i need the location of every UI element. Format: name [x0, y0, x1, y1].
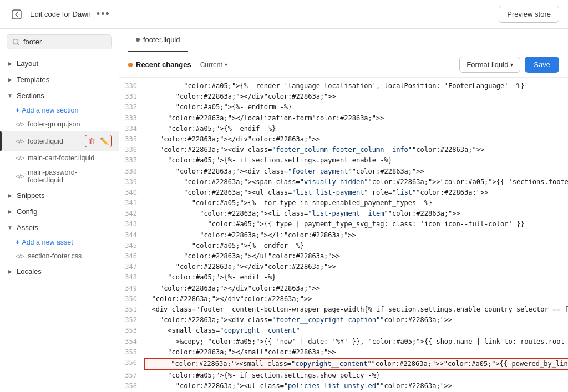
table-row: 336 "color:#22863a;"><div class="footer_…	[119, 145, 568, 155]
line-code: "color:#a05;">{%- render 'language-local…	[144, 81, 524, 91]
table-row: 353 <small class="copyright__content"	[119, 325, 568, 336]
plus-icon: +	[16, 106, 19, 114]
table-row: 348 "color:#a05;">{%- endif -%}	[119, 272, 568, 283]
table-row: 358 "color:#22863a;"><ul class="policies…	[119, 381, 568, 391]
add-new-asset-link[interactable]: + Add a new asset	[0, 236, 119, 249]
sidebar-group-snippets[interactable]: ▶ Snippets	[0, 187, 119, 203]
table-row: 355 "color:#22863a;"></small"color:#2286…	[119, 347, 568, 358]
current-dropdown[interactable]: Current ▾	[197, 59, 231, 70]
recent-changes-dot	[128, 63, 133, 67]
search-input-wrap[interactable]	[7, 34, 112, 49]
chevron-down-icon: ▾	[510, 62, 513, 68]
line-code: "color:#22863a;"><li class="list-payment…	[144, 208, 460, 219]
line-code: <div class="footer__content-bottom-wrapp…	[144, 304, 568, 315]
add-section-label: Add a new section	[22, 106, 78, 114]
header-title: Edit code for Dawn	[30, 10, 91, 18]
sidebar-group-sections[interactable]: ▼ Sections	[0, 88, 119, 104]
search-input[interactable]	[23, 38, 106, 46]
line-number: 337	[119, 155, 144, 166]
line-code: "color:#22863a;"></div"color:#22863a;">>	[144, 134, 320, 145]
editor-area: footer.liquid Recent changes Current ▾ F…	[119, 29, 568, 392]
sidebar-item-section-footer-css[interactable]: </> section-footer.css	[0, 249, 119, 263]
item-actions: 🗑 ✏️	[85, 135, 112, 147]
file-icon: </>	[16, 138, 24, 145]
line-number: 354	[119, 337, 144, 347]
line-number: 352	[119, 315, 144, 325]
line-number: 333	[119, 113, 144, 124]
table-row: 344 "color:#22863a;"></li"color:#22863a;…	[119, 230, 568, 241]
sidebar-group-locales[interactable]: ▶ Locales	[0, 263, 119, 279]
search-icon	[12, 38, 20, 46]
line-number: 350	[119, 294, 144, 304]
sidebar-item-footer-liquid[interactable]: </> footer.liquid 🗑 ✏️	[0, 131, 119, 151]
line-code: "color:#22863a;"><div class="footer_paym…	[144, 166, 424, 177]
line-number: 336	[119, 145, 144, 155]
delete-file-button[interactable]: 🗑	[87, 136, 97, 146]
line-code: "color:#a05;">{%- endfor -%}	[144, 241, 304, 251]
save-button[interactable]: Save	[525, 57, 559, 73]
sidebar-item-main-password-footer[interactable]: </> main-password-footer.liquid	[0, 165, 119, 187]
line-code: "color:#22863a;"><small class="copyright…	[144, 358, 568, 370]
line-code: "color:#a05;">{%- if section.settings.sh…	[144, 370, 380, 381]
line-code: "color:#22863a;"></small"color:#22863a;"…	[144, 347, 336, 358]
chevron-down-icon: ▼	[7, 93, 13, 99]
line-code: "color:#22863a;"></div"color:#22863a;">>	[144, 294, 312, 304]
add-new-section-link[interactable]: + Add a new section	[0, 104, 119, 117]
file-icon: </>	[16, 253, 24, 259]
line-number: 342	[119, 208, 144, 219]
sidebar-group-sections-label: Sections	[17, 91, 44, 100]
table-row: 335 "color:#22863a;"></div"color:#22863a…	[119, 134, 568, 145]
sidebar-group-config-label: Config	[17, 207, 38, 216]
table-row: 338 "color:#22863a;"><div class="footer_…	[119, 166, 568, 177]
table-row: 356 "color:#22863a;"><small class="copyr…	[119, 358, 568, 370]
line-number: 334	[119, 124, 144, 134]
chevron-right-icon: ▶	[7, 192, 13, 198]
format-liquid-button[interactable]: Format liquid ▾	[459, 57, 520, 73]
sidebar-item-footer-group-json[interactable]: </> footer-group.json	[0, 117, 119, 131]
line-number: 351	[119, 304, 144, 315]
sidebar-group-locales-label: Locales	[17, 267, 42, 276]
main-layout: ▶ Layout ▶ Templates ▼ Sections + Add a …	[0, 29, 568, 392]
tab-footer-liquid[interactable]: footer.liquid	[128, 29, 188, 52]
code-editor[interactable]: 330 "color:#a05;">{%- render 'language-l…	[119, 78, 568, 392]
table-row: 357 "color:#a05;">{%- if section.setting…	[119, 370, 568, 381]
preview-store-button[interactable]: Preview store	[499, 6, 559, 23]
code-lines-container: 330 "color:#a05;">{%- render 'language-l…	[119, 78, 568, 392]
back-icon[interactable]	[9, 7, 24, 22]
line-number: 344	[119, 230, 144, 241]
table-row: 341 "color:#a05;">{%- for type in shop.e…	[119, 198, 568, 208]
editor-tabs: footer.liquid	[119, 29, 568, 52]
search-box	[0, 29, 119, 55]
current-label: Current	[200, 61, 222, 69]
sidebar-group-layout[interactable]: ▶ Layout	[0, 55, 119, 72]
line-number: 349	[119, 283, 144, 294]
line-code: "color:#a05;">{%- endif -%}	[144, 124, 276, 134]
edit-file-button[interactable]: ✏️	[99, 136, 110, 146]
line-number: 340	[119, 187, 144, 198]
sidebar-item-main-cart-footer[interactable]: </> main-cart-footer.liquid	[0, 151, 119, 165]
sidebar-group-templates-label: Templates	[17, 75, 49, 84]
editor-toolbar: Recent changes Current ▾ Format liquid ▾…	[119, 52, 568, 78]
file-icon: </>	[16, 173, 24, 180]
more-options-icon[interactable]: •••	[97, 8, 110, 20]
sidebar-group-assets-label: Assets	[17, 223, 38, 232]
line-code: "color:#22863a;"><div class="footer_colu…	[144, 145, 484, 155]
sidebar-group-assets[interactable]: ▼ Assets	[0, 220, 119, 236]
line-code: "color:#22863a;"></div"color:#22863a;">>	[144, 91, 336, 102]
table-row: 346 "color:#22863a;"></ul"color:#22863a;…	[119, 251, 568, 262]
line-code: "color:#22863a;"><div class="footer__cop…	[144, 315, 452, 325]
format-liquid-label: Format liquid	[466, 60, 508, 69]
line-number: 345	[119, 241, 144, 251]
line-number: 338	[119, 166, 144, 177]
sidebar-group-templates[interactable]: ▶ Templates	[0, 72, 119, 88]
table-row: 350 "color:#22863a;"></div"color:#22863a…	[119, 294, 568, 304]
line-code: "color:#a05;">{%- for type in shop.enabl…	[144, 198, 432, 208]
table-row: 342 "color:#22863a;"><li class="list-pay…	[119, 208, 568, 219]
chevron-down-icon: ▾	[225, 62, 227, 68]
table-row: 331 "color:#22863a;"></div"color:#22863a…	[119, 91, 568, 102]
line-code: "color:#22863a;"></div"color:#22863a;">>	[144, 262, 336, 272]
table-row: 333 "color:#22863a;"></localization-form…	[119, 113, 568, 124]
header: Edit code for Dawn ••• Preview store	[0, 0, 568, 29]
line-code: "color:#a05;">{%- if section.settings.pa…	[144, 155, 392, 166]
sidebar-group-config[interactable]: ▶ Config	[0, 203, 119, 220]
